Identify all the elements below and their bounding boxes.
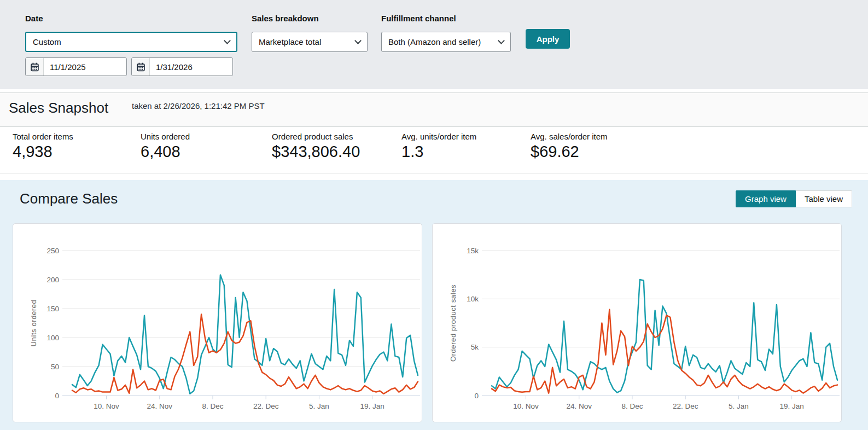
sales-breakdown-selected-value: Marketplace total: [259, 37, 321, 47]
sales-snapshot-header: Sales Snapshot taken at 2/26/2026, 1:21:…: [0, 92, 868, 127]
metric-label: Total order items: [13, 132, 73, 141]
metric-value: 6,408: [141, 143, 190, 161]
svg-text:8. Dec: 8. Dec: [202, 402, 223, 410]
calendar-icon[interactable]: [132, 58, 150, 75]
svg-text:10. Nov: 10. Nov: [94, 402, 119, 410]
metric-avg-sales-order-item: Avg. sales/order item $69.62: [531, 132, 608, 161]
metric-value: $343,806.40: [272, 143, 360, 161]
svg-text:19. Jan: 19. Jan: [360, 402, 385, 410]
metric-units-ordered: Units ordered 6,408: [141, 132, 190, 161]
svg-text:10k: 10k: [467, 295, 479, 303]
svg-text:19. Jan: 19. Jan: [780, 402, 804, 410]
metrics-row: Total order items 4,938 Units ordered 6,…: [0, 127, 868, 173]
ordered-product-sales-chart[interactable]: 05k10k15k10. Nov24. Nov8. Dec22. Dec5. J…: [433, 224, 841, 422]
svg-text:5. Jan: 5. Jan: [309, 402, 329, 410]
svg-text:5. Jan: 5. Jan: [729, 402, 749, 410]
start-date-input[interactable]: 11/1/2025: [25, 57, 127, 76]
date-range-selected-value: Custom: [33, 37, 61, 47]
date-range-select[interactable]: Custom: [25, 32, 237, 52]
fulfillment-channel-select[interactable]: Both (Amazon and seller): [381, 32, 511, 52]
metric-value: $69.62: [531, 143, 608, 161]
svg-text:10. Nov: 10. Nov: [513, 402, 539, 410]
sales-breakdown-select[interactable]: Marketplace total: [252, 32, 368, 52]
svg-text:5k: 5k: [471, 343, 479, 351]
svg-text:24. Nov: 24. Nov: [566, 402, 592, 410]
chevron-down-icon: [498, 37, 505, 44]
metric-label: Avg. sales/order item: [531, 132, 608, 141]
svg-text:Units ordered: Units ordered: [30, 300, 38, 347]
chevron-down-icon: [224, 37, 231, 44]
calendar-icon[interactable]: [26, 58, 44, 75]
snapshot-timestamp: taken at 2/26/2026, 1:21:42 PM PST: [132, 101, 265, 111]
svg-text:0: 0: [55, 392, 59, 400]
end-date-input[interactable]: 1/31/2026: [131, 57, 233, 76]
svg-text:250: 250: [46, 247, 59, 255]
metric-value: 4,938: [13, 143, 73, 161]
svg-text:150: 150: [46, 305, 59, 313]
metric-label: Avg. units/order item: [401, 132, 476, 141]
chevron-down-icon: [354, 37, 362, 44]
apply-button[interactable]: Apply: [526, 29, 570, 49]
metric-label: Units ordered: [141, 132, 190, 141]
svg-text:100: 100: [46, 334, 59, 342]
metric-total-order-items: Total order items 4,938: [13, 132, 73, 161]
units-ordered-chart[interactable]: 05010015020025010. Nov24. Nov8. Dec22. D…: [13, 224, 422, 422]
svg-text:200: 200: [46, 276, 59, 284]
units-ordered-chart-card: 05010015020025010. Nov24. Nov8. Dec22. D…: [13, 223, 422, 422]
page-title: Sales Snapshot: [9, 100, 108, 117]
metric-value: 1.3: [401, 143, 476, 161]
end-date-value[interactable]: 1/31/2026: [150, 58, 193, 75]
date-filter-label: Date: [25, 14, 43, 23]
start-date-value[interactable]: 11/1/2025: [44, 58, 86, 75]
table-view-button[interactable]: Table view: [796, 190, 852, 207]
compare-sales-title: Compare Sales: [20, 190, 118, 207]
svg-text:24. Nov: 24. Nov: [147, 402, 172, 410]
metric-ordered-product-sales: Ordered product sales $343,806.40: [272, 132, 360, 161]
compare-sales-section: Compare Sales Graph view Table view 0501…: [0, 180, 868, 430]
svg-text:22. Dec: 22. Dec: [253, 402, 279, 410]
svg-text:Ordered product sales: Ordered product sales: [449, 284, 457, 362]
svg-text:50: 50: [51, 363, 59, 371]
metric-label: Ordered product sales: [272, 132, 360, 141]
fulfillment-channel-label: Fulfillment channel: [381, 14, 456, 23]
metric-avg-units-order-item: Avg. units/order item 1.3: [401, 132, 476, 161]
svg-text:15k: 15k: [467, 247, 479, 255]
fulfillment-channel-selected-value: Both (Amazon and seller): [388, 37, 481, 47]
graph-view-button[interactable]: Graph view: [736, 190, 796, 207]
ordered-product-sales-chart-card: 05k10k15k10. Nov24. Nov8. Dec22. Dec5. J…: [432, 223, 842, 422]
svg-text:22. Dec: 22. Dec: [673, 402, 698, 410]
view-toggle: Graph view Table view: [736, 190, 852, 207]
sales-breakdown-label: Sales breakdown: [252, 14, 319, 23]
svg-text:0: 0: [474, 392, 479, 400]
svg-text:8. Dec: 8. Dec: [621, 402, 643, 410]
filter-bar: Date Custom 11/1/2025: [0, 0, 868, 89]
